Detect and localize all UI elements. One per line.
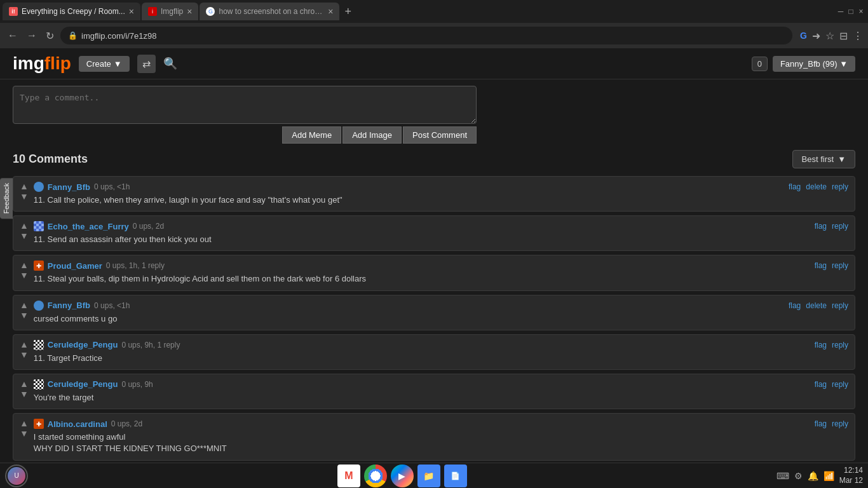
flag-link[interactable]: flag: [789, 182, 801, 191]
downvote-button[interactable]: ▼: [20, 429, 29, 438]
flag-link[interactable]: flag: [815, 419, 827, 428]
reply-link[interactable]: reply: [832, 341, 848, 349]
user-menu-button[interactable]: Fanny_Bfb (99) ▼: [773, 56, 855, 72]
comments-count: 10 Comments: [13, 152, 88, 166]
username[interactable]: Fanny_Bfb: [48, 182, 90, 192]
add-meme-button[interactable]: Add Meme: [282, 126, 341, 144]
avatar: ✚: [34, 261, 44, 271]
tab-ec[interactable]: i! Everything is Creepy / Room... ×: [3, 3, 140, 20]
create-button[interactable]: Create ▼: [79, 56, 130, 72]
upvote-button[interactable]: ▲: [20, 301, 29, 309]
site-logo[interactable]: imgflip: [13, 53, 71, 74]
flag-link[interactable]: flag: [789, 301, 801, 310]
upvote-button[interactable]: ▲: [20, 340, 29, 349]
google-icon[interactable]: G: [800, 30, 807, 41]
feedback-tab[interactable]: Feedback: [0, 178, 13, 219]
reply-link[interactable]: reply: [832, 419, 848, 428]
delete-link[interactable]: delete: [806, 301, 827, 310]
refresh-button[interactable]: ↻: [43, 27, 57, 44]
upvote-button[interactable]: ▲: [20, 182, 29, 191]
minimize-button[interactable]: ─: [836, 7, 845, 16]
comment-meta: 0 ups, 9h: [121, 380, 153, 389]
user-dropdown-arrow: ▼: [839, 59, 848, 69]
add-image-button[interactable]: Add Image: [342, 126, 402, 144]
search-button[interactable]: 🔍: [163, 57, 177, 71]
flag-link[interactable]: flag: [815, 261, 827, 270]
forward-button[interactable]: →: [24, 27, 39, 44]
vote-column: ▲ ▼: [20, 182, 29, 206]
username[interactable]: Echo_the_ace_Furry: [48, 222, 129, 231]
downvote-button[interactable]: ▼: [20, 311, 29, 320]
reply-link[interactable]: reply: [832, 261, 848, 270]
tab-close-google[interactable]: ×: [328, 6, 333, 17]
tab-favicon-ig: i: [148, 7, 157, 16]
comment-header: Ceruledge_Pengu 0 ups, 9h, 1 reply flag …: [34, 340, 848, 350]
tab-bar: i! Everything is Creepy / Room... × i Im…: [0, 0, 868, 23]
reply-link[interactable]: reply: [832, 380, 848, 389]
comment-text: 11. Send an assassin after you then kick…: [34, 234, 848, 245]
username[interactable]: Ceruledge_Pengu: [48, 340, 118, 349]
close-window-button[interactable]: ×: [857, 7, 865, 16]
post-comment-button[interactable]: Post Comment: [403, 126, 477, 144]
downvote-button[interactable]: ▼: [20, 192, 29, 201]
new-tab-button[interactable]: +: [341, 5, 355, 18]
avatar: [34, 301, 44, 311]
flag-link[interactable]: flag: [815, 341, 827, 349]
downvote-button[interactable]: ▼: [20, 271, 29, 280]
menu-icon[interactable]: ⋮: [853, 30, 863, 42]
browser-actions: G ➜ ☆ ⊟ ⋮: [800, 30, 863, 42]
upvote-button[interactable]: ▲: [20, 379, 29, 388]
comment-body: ✚ Albino.cardinal 0 ups, 2d flag reply I…: [34, 419, 848, 454]
shuffle-button[interactable]: ⇄: [137, 55, 156, 73]
sort-arrow: ▼: [837, 154, 846, 164]
flag-link[interactable]: flag: [815, 222, 827, 231]
back-button[interactable]: ←: [5, 27, 20, 44]
comment-body: ✚ Proud_Gamer 0 ups, 1h, 1 reply flag re…: [34, 261, 848, 285]
tab-close-ec[interactable]: ×: [129, 6, 134, 17]
tab-favicon-google: G: [206, 7, 215, 16]
comment-links: flag reply: [815, 380, 848, 389]
comment-header: ✚ Proud_Gamer 0 ups, 1h, 1 reply flag re…: [34, 261, 848, 271]
reply-link[interactable]: reply: [832, 301, 848, 310]
tab-google[interactable]: G how to screenshot on a chrome... ×: [200, 3, 339, 20]
comment-header: ✚ Albino.cardinal 0 ups, 2d flag reply: [34, 419, 848, 429]
username[interactable]: Ceruledge_Pengu: [48, 379, 118, 389]
downvote-button[interactable]: ▼: [20, 231, 29, 240]
username[interactable]: Albino.cardinal: [48, 419, 107, 429]
comment-item: ▲ ▼ ✚ Albino.cardinal 0 ups, 2d flag rep…: [13, 413, 855, 460]
username[interactable]: Fanny_Bfb: [48, 301, 90, 310]
tab-imgflip[interactable]: i Imgflip ×: [142, 3, 199, 20]
share-icon[interactable]: ➜: [812, 30, 820, 42]
comment-input[interactable]: [13, 86, 477, 124]
maximize-button[interactable]: □: [846, 7, 855, 16]
comment-meta: 0 ups, <1h: [94, 301, 130, 310]
main-content: imgflip Create ▼ ⇄ 🔍 0 Fanny_Bfb (99) ▼ …: [0, 48, 868, 461]
comment-action-buttons: Add Meme Add Image Post Comment: [13, 126, 477, 144]
comment-links: flag delete reply: [789, 182, 848, 191]
reply-link[interactable]: reply: [832, 222, 848, 231]
sort-dropdown[interactable]: Best first ▼: [792, 150, 855, 168]
sort-label: Best first: [802, 154, 834, 164]
reply-link[interactable]: reply: [832, 182, 848, 191]
vote-column: ▲ ▼: [20, 261, 29, 285]
downvote-button[interactable]: ▼: [20, 390, 29, 398]
comment-item: ▲ ▼ Fanny_Bfb 0 ups, <1h flag delete rep…: [13, 176, 855, 212]
header-nav: imgflip Create ▼ ⇄ 🔍: [13, 53, 177, 74]
downvote-button[interactable]: ▼: [20, 350, 29, 359]
window-controls: ─ □ ×: [836, 7, 865, 16]
layout-icon[interactable]: ⊟: [839, 30, 848, 42]
upvote-button[interactable]: ▲: [20, 419, 29, 428]
address-field[interactable]: 🔒 imgflip.com/i/7e1z98: [60, 27, 792, 44]
tab-close-imgflip[interactable]: ×: [187, 6, 192, 17]
comment-text: 11. Steal your balls, dip them in Hydrol…: [34, 273, 848, 285]
notification-badge[interactable]: 0: [752, 57, 768, 71]
username[interactable]: Proud_Gamer: [48, 261, 102, 271]
upvote-button[interactable]: ▲: [20, 261, 29, 269]
bookmark-icon[interactable]: ☆: [825, 30, 834, 42]
upvote-button[interactable]: ▲: [20, 221, 29, 230]
flag-link[interactable]: flag: [815, 380, 827, 389]
delete-link[interactable]: delete: [806, 182, 827, 191]
comment-links: flag reply: [815, 341, 848, 349]
comment-body: Ceruledge_Pengu 0 ups, 9h flag reply You…: [34, 379, 848, 403]
comment-meta: 0 ups, 9h, 1 reply: [121, 341, 180, 349]
